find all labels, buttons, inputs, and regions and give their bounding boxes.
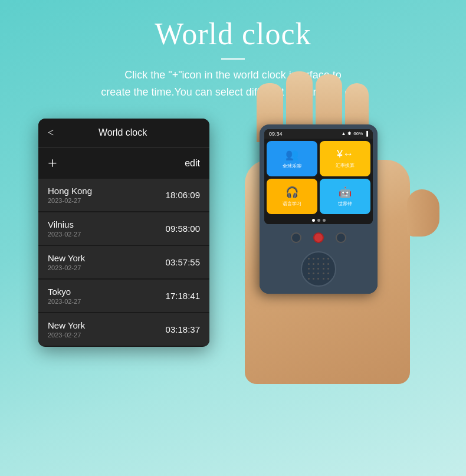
dot-3: [323, 219, 326, 222]
device-buttons-row: [260, 229, 378, 247]
device-container: 09:34 ▲ ✱ 66% ▐ 👥 全球乐聊: [227, 119, 428, 384]
city-date: 2023-02-27: [48, 331, 85, 339]
city-name: Tokyo: [48, 287, 81, 297]
app-tile-world-clock[interactable]: 🤖 世界钟: [320, 179, 370, 214]
bluetooth-icon: ✱: [347, 131, 352, 136]
city-info: New York 2023-02-27: [48, 320, 85, 339]
city-info: Tokyo 2023-02-27: [48, 287, 81, 305]
speaker-dots: [307, 257, 330, 281]
app-tile-language[interactable]: 🎧 语言学习: [267, 179, 317, 214]
city-date: 2023-02-27: [48, 231, 81, 238]
dot-1: [312, 219, 315, 222]
battery-level: 66%: [353, 131, 363, 136]
city-name: New York: [48, 253, 85, 263]
edit-button[interactable]: edit: [185, 158, 200, 169]
city-time: 03:57:55: [166, 257, 200, 267]
table-row: New York 2023-02-27 03:18:37: [38, 313, 209, 346]
city-time: 03:18:37: [166, 324, 200, 334]
city-date: 2023-02-27: [48, 197, 92, 204]
app-label: 汇率换算: [336, 162, 355, 169]
status-icons: ▲ ✱ 66% ▐: [341, 131, 368, 136]
page-title: World clock: [0, 0, 466, 51]
world-clock-icon: 🤖: [339, 186, 352, 199]
battery-icon: ▐: [365, 131, 368, 136]
city-info: Vilnius 2023-02-27: [48, 219, 81, 238]
record-button[interactable]: [313, 232, 324, 243]
app-tile-global-chat[interactable]: 👥 全球乐聊: [267, 141, 317, 176]
add-clock-button[interactable]: +: [48, 155, 57, 172]
content-area: < World clock + edit Hong Kong 2023-02-2…: [0, 119, 466, 384]
city-info: Hong Kong 2023-02-27: [48, 186, 92, 204]
thumb-decoration: [407, 189, 439, 237]
device-speaker-area: [260, 247, 378, 294]
currency-icon: ¥↔: [337, 148, 353, 160]
app-label: 世界钟: [338, 201, 352, 207]
mic-button[interactable]: [336, 232, 346, 243]
city-name: New York: [48, 320, 85, 330]
device-screen: 09:34 ▲ ✱ 66% ▐ 👥 全球乐聊: [264, 129, 373, 224]
world-clock-screen: < World clock + edit Hong Kong 2023-02-2…: [38, 119, 209, 347]
page-dots: [264, 216, 373, 224]
city-time: 09:58:00: [166, 224, 200, 234]
title-divider: [221, 58, 245, 60]
city-date: 2023-02-27: [48, 298, 81, 305]
device-time: 09:34: [269, 131, 283, 137]
screen-header: < World clock: [38, 119, 209, 148]
city-time: 17:18:41: [166, 291, 200, 301]
home-button[interactable]: [291, 232, 301, 243]
screen-title: World clock: [60, 127, 186, 138]
device-status-bar: 09:34 ▲ ✱ 66% ▐: [264, 129, 373, 139]
table-row: Hong Kong 2023-02-27 18:06:09: [38, 179, 209, 211]
city-name: Hong Kong: [48, 186, 92, 196]
clock-toolbar: + edit: [38, 148, 209, 179]
dot-2: [317, 219, 320, 222]
table-row: Tokyo 2023-02-27 17:18:41: [38, 280, 209, 312]
app-tile-currency[interactable]: ¥↔ 汇率换算: [320, 141, 370, 176]
app-label: 语言学习: [283, 201, 301, 207]
table-row: New York 2023-02-27 03:57:55: [38, 246, 209, 278]
global-chat-icon: 👥: [285, 148, 298, 161]
city-info: New York 2023-02-27: [48, 253, 85, 271]
app-grid: 👥 全球乐聊 ¥↔ 汇率换算 🎧 语言学习 🤖: [264, 139, 373, 216]
city-time: 18:06:09: [166, 190, 200, 200]
city-name: Vilnius: [48, 219, 81, 229]
app-label: 全球乐聊: [283, 163, 301, 169]
wifi-icon: ▲: [341, 131, 346, 136]
handheld-device: 09:34 ▲ ✱ 66% ▐ 👥 全球乐聊: [260, 124, 378, 294]
speaker-grille: [301, 251, 336, 287]
language-icon: 🎧: [285, 186, 298, 199]
subtitle: Click the "+"icon in the world clock int…: [0, 67, 466, 101]
back-arrow-icon[interactable]: <: [48, 127, 54, 139]
clock-list: Hong Kong 2023-02-27 18:06:09 Vilnius 20…: [38, 179, 209, 346]
city-date: 2023-02-27: [48, 264, 85, 271]
table-row: Vilnius 2023-02-27 09:58:00: [38, 212, 209, 245]
